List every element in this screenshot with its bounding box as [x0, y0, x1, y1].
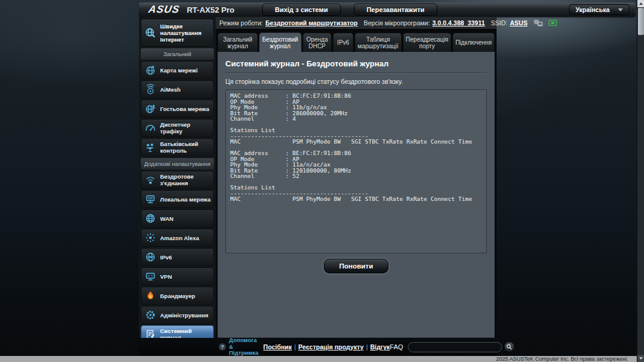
sidebar-item-label: Гостьова мережа — [160, 106, 209, 112]
top-banner: ASUS RT-AX52 Pro Вихід з системи Перезав… — [139, 2, 636, 17]
sidebar-item-aimesh[interactable]: AiMesh — [141, 80, 214, 98]
arrow-down-icon — [639, 357, 643, 360]
logout-button[interactable]: Вихід з системи — [262, 4, 341, 16]
sidebar-item-label: Швидке налаштування Інтернет — [160, 23, 211, 43]
sidebar-item-ipv6[interactable]: IPv6 — [141, 248, 214, 266]
reboot-button[interactable]: Перезавантажити — [354, 4, 437, 16]
tab-wireless-log[interactable]: Бездротовий журнал — [259, 33, 301, 52]
chevron-down-icon — [618, 8, 623, 11]
sidebar-item-label: Батьківський контроль — [160, 141, 211, 154]
sidebar-item-parental-control[interactable]: Батьківський контроль — [141, 138, 214, 156]
sidebar-item-label: Локальна мережа — [160, 196, 210, 203]
sidebar-item-label: AiMesh — [160, 86, 181, 93]
faq-search: FAQ — [390, 341, 515, 352]
sidebar-item-lan[interactable]: Локальна мережа — [141, 190, 214, 208]
button-row: Поновити — [225, 259, 487, 273]
sidebar-item-vpn[interactable]: VPN — [141, 267, 214, 285]
help-icon: ? — [219, 343, 226, 351]
sidebar-item-label: WAN — [160, 215, 173, 222]
scroll-up-button[interactable] — [637, 0, 644, 7]
family-icon — [144, 141, 157, 154]
copyright-text: 2025 ASUSTeK Computer Inc. Всі права зас… — [0, 356, 637, 362]
wan-globe-icon — [144, 212, 157, 225]
info-bar: Режим роботи: Бездротовий маршрутизатор … — [216, 17, 497, 30]
sidebar-item-amazon-alexa[interactable]: Amazon Alexa — [141, 229, 214, 247]
sidebar-item-wan[interactable]: WAN — [141, 209, 214, 227]
sidebar-item-traffic-manager[interactable]: Диспетчер трафіку — [141, 119, 214, 137]
main-panel: Системний журнал - Бездротовий журнал Ця… — [217, 52, 495, 338]
footer: ? Допомога & Підтримка Посібник|Реєстрац… — [139, 338, 497, 356]
ssid-label: SSID: — [491, 19, 507, 27]
sidebar-item-label: Карта мережі — [160, 67, 198, 74]
tab-ipv6[interactable]: IPv6 — [333, 33, 353, 52]
ipv6-icon — [144, 250, 157, 264]
clients-icon[interactable] — [533, 19, 543, 27]
page-title: Системний журнал - Бездротовий журнал — [225, 57, 487, 73]
sidebar-item-administration[interactable]: Адміністрування — [141, 306, 214, 324]
page-description: Ця сторінка показує подробиці статусу бе… — [225, 78, 487, 85]
aimesh-router-icon — [144, 83, 157, 96]
wifi-icon — [144, 173, 157, 186]
sidebar-item-label: Адміністрування — [160, 312, 208, 319]
sidebar-item-guest-network[interactable]: Гостьова мережа — [141, 100, 214, 118]
page-scrollbar[interactable] — [637, 0, 644, 362]
manual-link[interactable]: Посібник — [263, 343, 292, 351]
arrow-up-icon — [639, 2, 643, 5]
globe-icon — [144, 63, 157, 77]
tab-connections[interactable]: Підключення — [452, 33, 495, 52]
sidebar-item-label: Amazon Alexa — [160, 235, 199, 241]
faq-search-button[interactable] — [504, 341, 515, 352]
sidebar-item-firewall[interactable]: Брандмауер — [141, 287, 214, 305]
sidebar-section-advanced: Додаткові налаштування — [141, 158, 214, 170]
lan-status-icon[interactable] — [548, 19, 558, 27]
sidebar-item-label: Диспетчер трафіку — [160, 121, 211, 135]
admin-gear-icon — [144, 308, 157, 322]
language-value: Українська — [576, 6, 610, 13]
sidebar-item-label: Брандмауер — [160, 293, 195, 299]
tab-dhcp-leases[interactable]: Оренда DHCP — [303, 33, 332, 52]
faq-label: FAQ — [390, 343, 403, 351]
refresh-button[interactable]: Поновити — [324, 259, 388, 273]
gauge-icon — [144, 121, 157, 135]
info-bar-icons — [533, 19, 558, 27]
faq-search-input[interactable] — [408, 342, 502, 352]
firmware-version-link[interactable]: 3.0.0.4.388_33911 — [433, 19, 485, 27]
log-tabs: Загальний журнал Бездротовий журнал Орен… — [217, 33, 495, 52]
feedback-link[interactable]: Відгук — [370, 343, 390, 351]
language-selector[interactable]: Українська — [569, 4, 630, 15]
link-separator: | — [366, 343, 368, 351]
operation-mode-link[interactable]: Бездротовий маршрутизатор — [265, 19, 358, 27]
sidebar: Швидке налаштування Інтернет Загальний К… — [139, 17, 216, 338]
router-model: RT-AX52 Pro — [187, 5, 234, 14]
scroll-down-button[interactable] — [637, 355, 644, 362]
sidebar-section-general: Загальний — [141, 48, 214, 60]
guest-network-icon — [144, 102, 157, 115]
sidebar-item-label: VPN — [160, 273, 172, 280]
alexa-icon — [144, 231, 157, 244]
app-frame: Швидке налаштування Інтернет Загальний К… — [139, 17, 497, 356]
sidebar-item-network-map[interactable]: Карта мережі — [141, 61, 214, 79]
sidebar-item-wireless[interactable]: Бездротове з'єднання — [141, 171, 214, 189]
asus-logo: ASUS — [147, 4, 181, 16]
operation-mode-label: Режим роботи: — [219, 19, 263, 27]
lan-icon — [144, 192, 157, 206]
sidebar-item-quick-internet-setup[interactable]: Швидке налаштування Інтернет — [141, 19, 214, 46]
content-column: Режим роботи: Бездротовий маршрутизатор … — [216, 17, 497, 338]
tab-general-log[interactable]: Загальний журнал — [217, 33, 258, 52]
flame-icon — [144, 289, 157, 302]
quick-internet-setup-icon — [144, 26, 157, 39]
scrollbar-thumb[interactable] — [638, 8, 644, 35]
help-support-link[interactable]: Допомога & Підтримка — [229, 337, 259, 357]
link-separator: | — [294, 343, 296, 351]
vpn-icon — [144, 270, 157, 283]
tab-port-forwarding[interactable]: Переадресація порту — [403, 33, 451, 52]
product-registration-link[interactable]: Реєстрація продукту — [298, 343, 364, 351]
tab-routing-table[interactable]: Таблиця маршрутизації — [355, 33, 402, 52]
firmware-label: Версія мікропрограми: — [364, 19, 430, 27]
sidebar-item-label: Бездротове з'єднання — [160, 173, 211, 186]
app-body: Швидке налаштування Інтернет Загальний К… — [139, 17, 497, 338]
search-icon — [506, 344, 512, 350]
ssid-link[interactable]: ASUS — [510, 19, 527, 27]
sidebar-item-label: IPv6 — [160, 254, 172, 261]
wireless-log-textarea[interactable]: MAC address : BC:FC:E7:91:8B:86 OP Mode … — [225, 89, 487, 253]
